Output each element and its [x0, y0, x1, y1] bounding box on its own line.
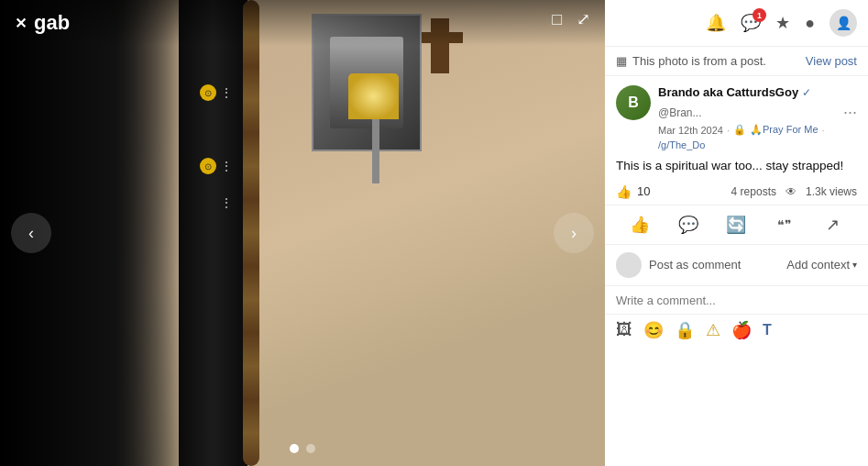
post-group-link2: /g/The_Do: [658, 139, 705, 150]
like-icon: 👍: [630, 215, 650, 235]
annotation-pin-1[interactable]: ⊙ ⋮: [200, 84, 233, 101]
post-header-info: Brando aka CatturdsGoy ✓ @Bran... ··· Ma…: [658, 85, 857, 150]
reposts-count: 4 reposts: [731, 185, 776, 198]
link-toolbar-icon[interactable]: 🔒: [675, 320, 695, 340]
image-toolbar-icon[interactable]: 🖼: [616, 320, 632, 339]
fullscreen-icon[interactable]: ⤢: [577, 9, 590, 29]
verified-badge: ✓: [802, 86, 811, 99]
photo-beads: [243, 0, 259, 466]
dot-indicators: [290, 444, 315, 453]
sidebar: 🔔 💬 1 ★ ● 👤 ▦ This photo is from a post.…: [605, 0, 868, 466]
post-more-button[interactable]: ···: [843, 103, 857, 122]
write-comment-area[interactable]: [605, 286, 868, 315]
comment-section: Post as comment Add context ▾: [605, 245, 868, 286]
post-group-dot: ·: [822, 125, 825, 136]
repost-icon: 🔄: [726, 215, 746, 235]
annotation-pin-3[interactable]: ⋮: [220, 195, 233, 210]
photo-lamp-base: [372, 119, 379, 183]
dot-1[interactable]: [290, 444, 299, 453]
reactions-right: 4 reposts 👁 1.3k views: [731, 185, 857, 198]
viewer-top-right: □ ⤢: [552, 9, 590, 29]
reaction-count: 10: [637, 184, 650, 198]
explore-button[interactable]: ●: [805, 14, 815, 33]
post-reactions: 👍 10 4 reposts 👁 1.3k views: [605, 181, 868, 205]
emoji-toolbar-icon[interactable]: 😊: [643, 320, 664, 340]
star-icon: ★: [775, 14, 790, 32]
share-icon: ↗: [826, 215, 840, 235]
view-post-button[interactable]: View post: [806, 54, 857, 68]
photo-from-post-text: This photo is from a post.: [632, 54, 766, 68]
post-lock-icon: 🔒: [733, 124, 746, 136]
image-viewer: ✕ gab □ ⤢ ⊙ ⋮ ⊙ ⋮ ⋮ ‹ ›: [0, 0, 605, 466]
post-username-row: Brando aka CatturdsGoy ✓ @Bran... ···: [658, 85, 857, 122]
comment-toolbar: 🖼 😊 🔒 ⚠ 🍎 T: [605, 315, 868, 346]
repost-button[interactable]: 🔄: [712, 211, 761, 239]
viewer-top-bar: ✕ gab □ ⤢: [0, 0, 605, 46]
pin-icon-1: ⊙: [200, 84, 216, 101]
post-displayname: Brando aka CatturdsGoy: [658, 85, 798, 99]
photo-lamp-shade: [348, 73, 399, 119]
profile-button[interactable]: 👤: [830, 9, 857, 37]
post-content: This is a spiritual war too... stay stra…: [605, 156, 868, 181]
sidebar-top-nav: 🔔 💬 1 ★ ● 👤: [605, 0, 868, 47]
messages-button[interactable]: 💬 1: [741, 13, 761, 33]
photo-monitor: [179, 0, 247, 466]
close-icon[interactable]: ✕: [15, 15, 27, 32]
text-toolbar-icon[interactable]: T: [763, 322, 772, 338]
post-header: B Brando aka CatturdsGoy ✓ @Bran... ··· …: [605, 76, 868, 156]
reaction-emoji: 👍: [616, 184, 632, 199]
photo-lamp: [348, 73, 403, 183]
share-button[interactable]: ↗: [808, 211, 857, 239]
photo-from-post-bar: ▦ This photo is from a post. View post: [605, 47, 868, 76]
post-group-link[interactable]: 🙏Pray For Me: [750, 124, 819, 136]
post-as-comment-button[interactable]: Post as comment: [649, 258, 741, 272]
annotation-pin-2[interactable]: ⊙ ⋮: [200, 158, 233, 174]
notification-badge: 1: [753, 8, 766, 22]
explore-icon: ●: [805, 14, 815, 32]
comment-button[interactable]: 💬: [665, 211, 713, 239]
bell-icon: 🔔: [706, 14, 726, 32]
viewer-logo: ✕ gab: [15, 11, 70, 35]
quote-button[interactable]: ❝❞: [761, 214, 809, 236]
gab-logo: gab: [34, 11, 70, 35]
notifications-button[interactable]: 🔔: [706, 13, 726, 33]
apple-toolbar-icon[interactable]: 🍎: [731, 320, 752, 340]
views-eye-icon: 👁: [786, 185, 797, 198]
add-context-label: Add context: [786, 258, 850, 272]
photo-placeholder: [0, 0, 605, 466]
post-date: Mar 12th 2024: [658, 125, 723, 136]
next-arrow[interactable]: ›: [554, 213, 594, 253]
pin-more-1[interactable]: ⋮: [220, 85, 233, 100]
pin-icon-2: ⊙: [200, 158, 216, 174]
comment-input[interactable]: [616, 294, 857, 307]
post-date-dot: ·: [727, 125, 730, 136]
warning-toolbar-icon[interactable]: ⚠: [706, 320, 720, 340]
avatar: 👤: [830, 9, 857, 37]
like-button[interactable]: 👍: [616, 211, 665, 239]
chevron-down-icon: ▾: [852, 260, 857, 270]
bookmarks-button[interactable]: ★: [775, 13, 790, 33]
prev-arrow[interactable]: ‹: [11, 213, 51, 253]
add-context-button[interactable]: Add context ▾: [786, 258, 857, 272]
pin-more-2[interactable]: ⋮: [220, 159, 233, 173]
photo-from-post-label: ▦ This photo is from a post.: [616, 54, 766, 68]
quote-icon: ❝❞: [777, 217, 792, 232]
post-handle: @Bran...: [658, 106, 702, 119]
action-bar: 👍 💬 🔄 ❝❞ ↗: [605, 205, 868, 245]
pin-more-3[interactable]: ⋮: [220, 195, 233, 210]
dot-2[interactable]: [306, 444, 315, 453]
post-meta: Mar 12th 2024 · 🔒 🙏Pray For Me · /g/The_…: [658, 124, 857, 150]
views-count: 1.3k views: [806, 185, 857, 198]
photo-icon: ▦: [616, 54, 627, 68]
comment-avatar: [616, 252, 642, 278]
post-avatar: B: [616, 85, 651, 120]
comment-icon: 💬: [678, 215, 698, 235]
grid-icon[interactable]: □: [552, 10, 562, 29]
